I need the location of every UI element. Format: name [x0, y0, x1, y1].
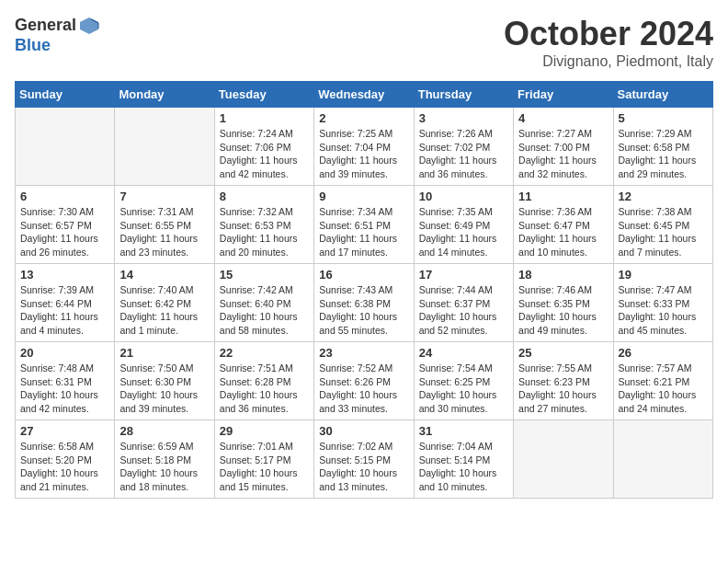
calendar-cell [16, 108, 115, 186]
day-info: Sunrise: 7:55 AM Sunset: 6:23 PM Dayligh… [518, 362, 608, 416]
day-number: 10 [419, 190, 508, 203]
calendar-cell [613, 420, 712, 499]
calendar-cell: 7Sunrise: 7:31 AM Sunset: 6:55 PM Daylig… [115, 186, 214, 264]
day-info: Sunrise: 6:59 AM Sunset: 5:18 PM Dayligh… [119, 440, 209, 494]
weekday-header-friday: Friday [514, 82, 613, 108]
day-number: 4 [518, 111, 608, 125]
day-info: Sunrise: 7:02 AM Sunset: 5:15 PM Dayligh… [319, 440, 408, 494]
day-number: 1 [220, 111, 309, 125]
day-number: 17 [419, 268, 508, 282]
calendar-cell: 6Sunrise: 7:30 AM Sunset: 6:57 PM Daylig… [16, 186, 115, 264]
day-info: Sunrise: 7:46 AM Sunset: 6:35 PM Dayligh… [518, 283, 608, 338]
calendar-cell: 4Sunrise: 7:27 AM Sunset: 7:00 PM Daylig… [514, 108, 613, 186]
day-number: 6 [20, 190, 109, 203]
calendar-cell: 24Sunrise: 7:54 AM Sunset: 6:25 PM Dayli… [414, 342, 513, 420]
calendar-cell: 10Sunrise: 7:35 AM Sunset: 6:49 PM Dayli… [414, 186, 513, 264]
location-text: Divignano, Piedmont, Italy [504, 53, 713, 70]
day-number: 13 [20, 268, 109, 282]
day-info: Sunrise: 7:34 AM Sunset: 6:51 PM Dayligh… [319, 205, 408, 259]
day-info: Sunrise: 7:01 AM Sunset: 5:17 PM Dayligh… [220, 440, 309, 494]
calendar-cell: 23Sunrise: 7:52 AM Sunset: 6:26 PM Dayli… [314, 342, 414, 420]
calendar-week-row: 6Sunrise: 7:30 AM Sunset: 6:57 PM Daylig… [16, 186, 713, 264]
day-number: 21 [119, 346, 209, 360]
day-info: Sunrise: 7:44 AM Sunset: 6:37 PM Dayligh… [419, 283, 508, 338]
calendar-cell: 8Sunrise: 7:32 AM Sunset: 6:53 PM Daylig… [214, 186, 313, 264]
logo-blue-text: Blue [15, 37, 100, 55]
calendar-cell: 16Sunrise: 7:43 AM Sunset: 6:38 PM Dayli… [314, 264, 414, 342]
day-info: Sunrise: 7:51 AM Sunset: 6:28 PM Dayligh… [220, 362, 309, 416]
day-info: Sunrise: 7:31 AM Sunset: 6:55 PM Dayligh… [119, 205, 209, 259]
day-info: Sunrise: 7:35 AM Sunset: 6:49 PM Dayligh… [419, 205, 508, 259]
day-info: Sunrise: 7:26 AM Sunset: 7:02 PM Dayligh… [419, 127, 508, 181]
day-info: Sunrise: 7:40 AM Sunset: 6:42 PM Dayligh… [119, 283, 209, 338]
calendar-table: SundayMondayTuesdayWednesdayThursdayFrid… [15, 81, 713, 499]
weekday-header-row: SundayMondayTuesdayWednesdayThursdayFrid… [16, 82, 713, 108]
day-number: 11 [518, 190, 608, 203]
calendar-cell [514, 420, 613, 499]
calendar-cell: 26Sunrise: 7:57 AM Sunset: 6:21 PM Dayli… [613, 342, 712, 420]
logo-icon [78, 15, 100, 37]
calendar-cell: 21Sunrise: 7:50 AM Sunset: 6:30 PM Dayli… [115, 342, 214, 420]
day-number: 15 [220, 268, 309, 282]
calendar-week-row: 13Sunrise: 7:39 AM Sunset: 6:44 PM Dayli… [16, 264, 713, 342]
day-info: Sunrise: 6:58 AM Sunset: 5:20 PM Dayligh… [20, 440, 109, 494]
day-number: 14 [119, 268, 209, 282]
day-number: 20 [20, 346, 109, 360]
day-info: Sunrise: 7:36 AM Sunset: 6:47 PM Dayligh… [518, 205, 608, 259]
weekday-header-thursday: Thursday [414, 82, 513, 108]
calendar-cell: 31Sunrise: 7:04 AM Sunset: 5:14 PM Dayli… [414, 420, 513, 499]
day-info: Sunrise: 7:04 AM Sunset: 5:14 PM Dayligh… [419, 440, 508, 494]
day-number: 18 [518, 268, 608, 282]
logo-general-text: General [15, 17, 76, 35]
day-number: 9 [319, 190, 408, 203]
day-number: 24 [419, 346, 508, 360]
weekday-header-sunday: Sunday [16, 82, 115, 108]
day-info: Sunrise: 7:52 AM Sunset: 6:26 PM Dayligh… [319, 362, 408, 416]
day-info: Sunrise: 7:25 AM Sunset: 7:04 PM Dayligh… [319, 127, 408, 181]
day-number: 22 [220, 346, 309, 360]
weekday-header-saturday: Saturday [613, 82, 712, 108]
day-info: Sunrise: 7:27 AM Sunset: 7:00 PM Dayligh… [518, 127, 608, 181]
weekday-header-tuesday: Tuesday [214, 82, 313, 108]
calendar-cell: 12Sunrise: 7:38 AM Sunset: 6:45 PM Dayli… [613, 186, 712, 264]
calendar-cell: 27Sunrise: 6:58 AM Sunset: 5:20 PM Dayli… [16, 420, 115, 499]
calendar-cell: 20Sunrise: 7:48 AM Sunset: 6:31 PM Dayli… [16, 342, 115, 420]
day-number: 7 [119, 190, 209, 203]
day-info: Sunrise: 7:39 AM Sunset: 6:44 PM Dayligh… [20, 283, 109, 338]
day-number: 16 [319, 268, 408, 282]
day-info: Sunrise: 7:24 AM Sunset: 7:06 PM Dayligh… [220, 127, 309, 181]
day-number: 23 [319, 346, 408, 360]
logo: General Blue [15, 15, 100, 55]
day-number: 8 [220, 190, 309, 203]
calendar-cell: 3Sunrise: 7:26 AM Sunset: 7:02 PM Daylig… [414, 108, 513, 186]
calendar-cell: 13Sunrise: 7:39 AM Sunset: 6:44 PM Dayli… [16, 264, 115, 342]
day-info: Sunrise: 7:43 AM Sunset: 6:38 PM Dayligh… [319, 283, 408, 338]
calendar-cell: 25Sunrise: 7:55 AM Sunset: 6:23 PM Dayli… [514, 342, 613, 420]
calendar-cell: 11Sunrise: 7:36 AM Sunset: 6:47 PM Dayli… [514, 186, 613, 264]
day-number: 19 [619, 268, 708, 282]
calendar-cell: 9Sunrise: 7:34 AM Sunset: 6:51 PM Daylig… [314, 186, 414, 264]
day-info: Sunrise: 7:32 AM Sunset: 6:53 PM Dayligh… [220, 205, 309, 259]
month-title: October 2024 [504, 15, 713, 53]
calendar-cell: 22Sunrise: 7:51 AM Sunset: 6:28 PM Dayli… [214, 342, 313, 420]
weekday-header-wednesday: Wednesday [314, 82, 414, 108]
day-number: 31 [419, 424, 508, 438]
calendar-cell: 18Sunrise: 7:46 AM Sunset: 6:35 PM Dayli… [514, 264, 613, 342]
calendar-cell: 1Sunrise: 7:24 AM Sunset: 7:06 PM Daylig… [214, 108, 313, 186]
title-section: October 2024 Divignano, Piedmont, Italy [504, 15, 713, 70]
day-number: 2 [319, 111, 408, 125]
calendar-cell [115, 108, 214, 186]
weekday-header-monday: Monday [115, 82, 214, 108]
calendar-week-row: 20Sunrise: 7:48 AM Sunset: 6:31 PM Dayli… [16, 342, 713, 420]
day-number: 25 [518, 346, 608, 360]
calendar-cell: 14Sunrise: 7:40 AM Sunset: 6:42 PM Dayli… [115, 264, 214, 342]
calendar-cell: 30Sunrise: 7:02 AM Sunset: 5:15 PM Dayli… [314, 420, 414, 499]
day-info: Sunrise: 7:54 AM Sunset: 6:25 PM Dayligh… [419, 362, 508, 416]
calendar-week-row: 27Sunrise: 6:58 AM Sunset: 5:20 PM Dayli… [16, 420, 713, 499]
calendar-cell: 5Sunrise: 7:29 AM Sunset: 6:58 PM Daylig… [613, 108, 712, 186]
calendar-cell: 29Sunrise: 7:01 AM Sunset: 5:17 PM Dayli… [214, 420, 313, 499]
calendar-cell: 2Sunrise: 7:25 AM Sunset: 7:04 PM Daylig… [314, 108, 414, 186]
day-info: Sunrise: 7:57 AM Sunset: 6:21 PM Dayligh… [619, 362, 708, 416]
day-number: 29 [220, 424, 309, 438]
calendar-cell: 28Sunrise: 6:59 AM Sunset: 5:18 PM Dayli… [115, 420, 214, 499]
